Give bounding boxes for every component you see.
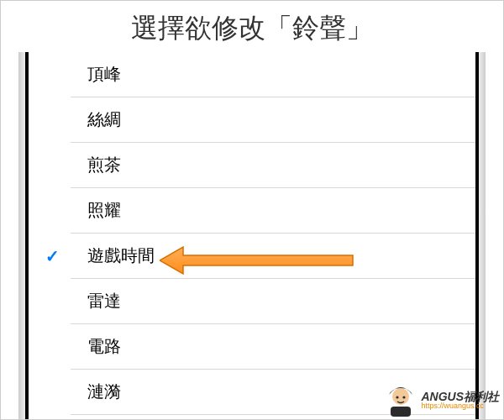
svg-rect-2 (391, 407, 411, 417)
list-item[interactable]: 電路 (71, 324, 475, 370)
list-item[interactable]: 煎茶 (71, 143, 475, 188)
svg-point-3 (396, 396, 399, 398)
ringtone-label: 雷達 (87, 290, 121, 312)
watermark-avatar-icon (384, 383, 417, 417)
ringtone-label: 頂峰 (87, 63, 121, 86)
phone-bezel-right (479, 52, 486, 420)
ringtone-label: 煎茶 (87, 154, 121, 176)
watermark: ANGUS福利社 https://wuangus.cc (384, 383, 499, 417)
list-item[interactable]: 頂峰 (71, 52, 475, 97)
ringtone-label: 漣漪 (87, 381, 121, 403)
list-item[interactable]: 絲綢 (71, 97, 475, 143)
ringtone-label: 絲綢 (87, 108, 121, 131)
watermark-url: https://wuangus.cc (421, 402, 499, 410)
ringtone-label: 遊戲時間 (87, 244, 155, 267)
list-item[interactable]: 照耀 (71, 188, 475, 234)
list-item[interactable]: 雷達 (71, 279, 475, 324)
ringtone-list: 頂峰 絲綢 煎茶 照耀 ✓ 遊戲時間 雷達 電路 漣漪 (29, 52, 475, 420)
ringtone-label: 電路 (87, 335, 121, 358)
page-title: 選擇欲修改「鈴聲」 (0, 0, 504, 55)
phone-bezel-left (18, 52, 25, 420)
ringtone-label: 照耀 (87, 199, 121, 222)
checkmark-icon: ✓ (45, 246, 60, 266)
phone-frame: 頂峰 絲綢 煎茶 照耀 ✓ 遊戲時間 雷達 電路 漣漪 (25, 52, 479, 420)
watermark-brand: ANGUS福利社 (421, 391, 499, 402)
list-item[interactable]: ✓ 遊戲時間 (71, 234, 475, 279)
svg-point-4 (403, 396, 406, 398)
